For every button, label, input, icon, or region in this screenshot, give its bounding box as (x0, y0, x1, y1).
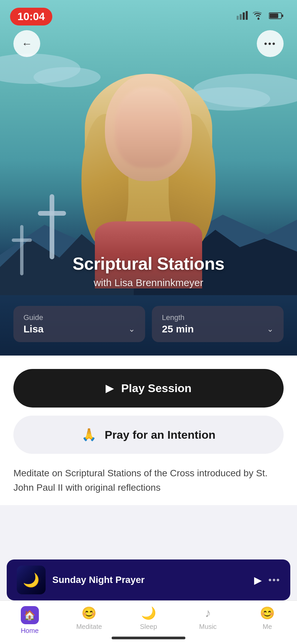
main-content: ▶ Play Session 🙏 Pray for an Intention M… (0, 356, 297, 505)
home-icon: 🏠 (21, 606, 39, 624)
sleep-icon: 🌙 (141, 606, 156, 620)
guide-chevron-icon: ⌄ (128, 324, 135, 334)
battery-icon (269, 12, 284, 21)
mini-player-play-button[interactable]: ▶ (254, 574, 262, 586)
tab-sleep[interactable]: 🌙 Sleep (119, 606, 178, 631)
svg-rect-1 (240, 14, 242, 20)
play-icon: ▶ (106, 382, 113, 394)
pray-intention-label: Pray for an Intention (105, 428, 216, 441)
more-icon: ••• (264, 39, 276, 48)
svg-rect-6 (282, 14, 283, 17)
music-icon: ♪ (205, 606, 211, 620)
content-area: ▶ Play Session 🙏 Pray for an Intention M… (0, 356, 297, 505)
mini-player-more-button[interactable]: ••• (269, 575, 280, 585)
mini-player-thumbnail: 🌙 (17, 566, 46, 594)
meditate-icon: 😊 (81, 606, 97, 620)
tab-music-label: Music (199, 623, 217, 631)
back-button[interactable]: ← (13, 30, 40, 57)
more-button[interactable]: ••• (257, 30, 284, 57)
svg-point-4 (257, 18, 259, 20)
cross-main (37, 193, 67, 262)
play-session-label: Play Session (121, 382, 192, 395)
hero-section: Scriptural Stations with Lisa Brenninkme… (0, 0, 297, 356)
length-filter-label: Length (162, 313, 274, 322)
tab-home-label: Home (21, 627, 39, 635)
description-text: Meditate on Scriptural Stations of the C… (13, 466, 284, 505)
home-bar-indicator (112, 637, 185, 639)
tab-meditate[interactable]: 😊 Meditate (59, 606, 119, 631)
hero-subtitle: with Lisa Brenninkmeyer (0, 277, 297, 288)
status-bar: 10:04 (0, 0, 297, 27)
length-filter-value: 25 min (162, 323, 194, 335)
tab-meditate-label: Meditate (76, 623, 102, 631)
play-session-button[interactable]: ▶ Play Session (13, 369, 284, 408)
wifi-icon (253, 11, 264, 21)
figure-face (115, 87, 182, 168)
length-chevron-icon: ⌄ (267, 324, 274, 334)
hero-text: Scriptural Stations with Lisa Brenninkme… (0, 254, 297, 288)
svg-rect-3 (246, 11, 248, 20)
status-icons (237, 11, 284, 22)
tab-me[interactable]: 😊 Me (238, 606, 297, 631)
filter-row: Guide Lisa ⌄ Length 25 min ⌄ (13, 306, 284, 342)
svg-rect-2 (243, 12, 245, 20)
mini-player-title: Sunday Night Prayer (52, 575, 247, 585)
guide-filter-value: Lisa (23, 323, 44, 335)
hero-title: Scriptural Stations (0, 254, 297, 274)
svg-rect-7 (270, 13, 278, 18)
guide-filter-value-row: Lisa ⌄ (23, 323, 135, 335)
guide-filter-label: Guide (23, 313, 135, 322)
tab-home[interactable]: 🏠 Home (0, 606, 59, 635)
pray-intention-button[interactable]: 🙏 Pray for an Intention (13, 416, 284, 454)
signal-icon (237, 11, 248, 22)
mini-player: 🌙 Sunday Night Prayer ▶ ••• (7, 559, 290, 600)
status-time: 10:04 (10, 8, 52, 25)
guide-filter[interactable]: Guide Lisa ⌄ (13, 306, 145, 342)
tab-me-label: Me (263, 623, 272, 631)
length-filter-value-row: 25 min ⌄ (162, 323, 274, 335)
tab-music[interactable]: ♪ Music (178, 606, 238, 631)
tab-sleep-label: Sleep (140, 623, 157, 631)
pray-icon: 🙏 (81, 428, 97, 442)
back-arrow-icon: ← (21, 38, 32, 50)
svg-rect-0 (237, 16, 239, 20)
me-icon: 😊 (260, 606, 275, 620)
length-filter[interactable]: Length 25 min ⌄ (152, 306, 284, 342)
